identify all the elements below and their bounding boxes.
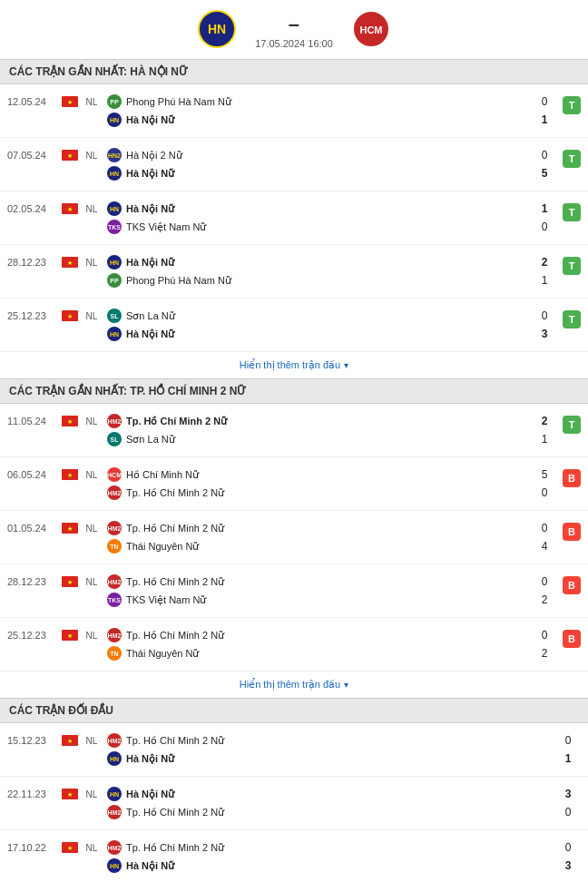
match-date: 28.12.23 — [7, 576, 60, 587]
team2-name: Thái Nguyên Nữ — [126, 541, 535, 553]
team2-icon: TKS — [107, 593, 122, 607]
result-badge: T — [563, 257, 581, 275]
flag-cell — [60, 416, 80, 426]
team1-icon: HM2 — [107, 840, 122, 855]
result-badge: T — [563, 310, 581, 328]
left-col: 07.05.24 NL — [7, 146, 107, 161]
team1-icon: HN2 — [107, 148, 122, 162]
vn-flag — [62, 735, 78, 746]
teams-scores: HN Hà Nội Nữ 2 PP Phong Phú Hà Nam Nữ 1 — [107, 253, 554, 289]
match-date: 11.05.24 — [7, 416, 60, 426]
score1: 3 — [559, 788, 577, 800]
teams-scores: HN2 Hà Nội 2 Nữ 0 HN Hà Nội Nữ 5 — [107, 146, 554, 182]
match-date: 02.05.24 — [7, 203, 60, 214]
team2-icon: TN — [107, 646, 122, 661]
team2-row: PP Phong Phú Hà Nam Nữ 1 — [107, 271, 554, 289]
team2-icon: HN — [107, 166, 122, 181]
flag-cell — [60, 735, 80, 746]
league-label: NL — [80, 843, 103, 853]
match-line: 25.12.23 NL HM2 Tp. Hồ Chí Minh 2 Nữ 0 T… — [0, 622, 588, 667]
section1-show-more[interactable]: Hiển thị thêm trận đấu ▾ — [0, 352, 588, 378]
team1-icon: HN — [107, 787, 122, 801]
score1: 5 — [535, 468, 554, 481]
match-line: 02.05.24 NL HN Hà Nội Nữ 1 TKS TKS Việt … — [0, 195, 588, 240]
flag-cell — [60, 203, 80, 214]
flag-cell — [60, 96, 80, 107]
match-date: 28.12.23 — [7, 257, 60, 268]
team1-icon: HM2 — [107, 574, 122, 589]
right-badge: B — [557, 466, 581, 487]
team2-icon: HM2 — [107, 485, 122, 500]
vn-flag — [62, 789, 78, 799]
team1-logo: HN — [197, 9, 237, 52]
right-badge: B — [557, 573, 581, 594]
score2: 1 — [559, 752, 577, 765]
team2-row: HN Hà Nội Nữ 1 — [107, 111, 554, 129]
match-line: 06.05.24 NL HCM Hồ Chí Minh Nữ 5 HM2 Tp.… — [0, 461, 588, 506]
left-col: 25.12.23 NL — [7, 307, 107, 321]
team2-name: Thái Nguyên Nữ — [126, 648, 535, 660]
match-group: 15.12.23 NL HM2 Tp. Hồ Chí Minh 2 Nữ 0 H… — [0, 723, 588, 777]
flag-cell — [60, 310, 80, 321]
league-label: NL — [80, 577, 103, 587]
flag-cell — [60, 469, 80, 480]
team2-icon: HN — [107, 113, 122, 127]
team1-row: PP Phong Phú Hà Nam Nữ 0 — [107, 93, 554, 111]
team1-icon: HCM — [107, 467, 122, 482]
score2: 2 — [535, 593, 554, 606]
score1: 0 — [535, 149, 554, 162]
team2-name: Phong Phú Hà Nam Nữ — [126, 275, 535, 287]
score1: 0 — [535, 575, 554, 588]
team2-name: Hà Nội Nữ — [126, 328, 535, 340]
team2-icon: HN — [107, 858, 122, 873]
match-group: 01.05.24 NL HM2 Tp. Hồ Chí Minh 2 Nữ 0 T… — [0, 511, 588, 564]
score2: 0 — [535, 220, 554, 233]
result-badge: B — [563, 523, 581, 541]
flag-cell — [60, 150, 80, 161]
result-badge: T — [563, 96, 581, 114]
flag-cell — [60, 630, 80, 641]
right-badge: T — [557, 93, 581, 114]
left-col: 02.05.24 NL — [7, 200, 107, 214]
team1-row: HCM Hồ Chí Minh Nữ 5 — [107, 466, 554, 484]
match-date: 22.11.23 — [7, 789, 60, 799]
league-label: NL — [80, 258, 103, 268]
team2-row: HM2 Tp. Hồ Chí Minh 2 Nữ 0 — [107, 484, 554, 502]
team1-icon: PP — [107, 94, 122, 109]
match-group: 28.12.23 NL HN Hà Nội Nữ 2 PP Phong Phú … — [0, 245, 588, 299]
teams-scores: HM2 Tp. Hồ Chí Minh 2 Nữ 0 HN Hà Nội Nữ … — [107, 731, 577, 768]
match-line: 28.12.23 NL HN Hà Nội Nữ 2 PP Phong Phú … — [0, 249, 588, 294]
result-badge: T — [563, 416, 581, 434]
score2: 3 — [535, 328, 554, 340]
team1-name: Tp. Hồ Chí Minh 2 Nữ — [126, 523, 535, 534]
flag-cell — [60, 842, 80, 853]
teams-scores: HM2 Tp. Hồ Chí Minh 2 Nữ 0 TN Thái Nguyê… — [107, 626, 554, 662]
league-label: NL — [80, 631, 103, 641]
left-col: 25.12.23 NL — [7, 626, 107, 641]
team1-name: Hà Nội 2 Nữ — [126, 150, 535, 162]
match-date: 17.10.22 — [7, 842, 60, 853]
team1-name: Tp. Hồ Chí Minh 2 Nữ — [126, 842, 559, 854]
score1: 0 — [535, 95, 554, 108]
teams-scores: HM2 Tp. Hồ Chí Minh 2 Nữ 0 TN Thái Nguyê… — [107, 519, 554, 555]
score2: 0 — [559, 806, 577, 818]
section2-header: CÁC TRẬN GẦN NHẤT: TP. HỒ CHÍ MINH 2 NỮ — [0, 378, 588, 404]
result-badge: B — [563, 576, 581, 594]
team2-row: TKS TKS Việt Nam Nữ 0 — [107, 218, 554, 236]
score1: 2 — [535, 256, 554, 269]
team2-logo: HCM — [351, 9, 391, 52]
teams-scores: HN Hà Nội Nữ 1 TKS TKS Việt Nam Nữ 0 — [107, 200, 554, 236]
teams-scores: HM2 Tp. Hồ Chí Minh 2 Nữ 2 SL Sơn La Nữ … — [107, 412, 554, 448]
left-col: 11.05.24 NL — [7, 412, 107, 426]
team2-row: TN Thái Nguyên Nữ 2 — [107, 644, 554, 662]
match-group: 22.11.23 NL HN Hà Nội Nữ 3 HM2 Tp. Hồ Ch… — [0, 777, 588, 830]
match-group: 06.05.24 NL HCM Hồ Chí Minh Nữ 5 HM2 Tp.… — [0, 457, 588, 511]
team2-icon: HN — [107, 751, 122, 766]
team2-row: HN Hà Nội Nữ 5 — [107, 164, 554, 182]
teams-scores: HN Hà Nội Nữ 3 HM2 Tp. Hồ Chí Minh 2 Nữ … — [107, 785, 577, 821]
section2-show-more[interactable]: Hiển thị thêm trận đấu ▾ — [0, 671, 588, 698]
vn-flag — [62, 523, 78, 534]
section3-header: CÁC TRẬN ĐỐI ĐẦU — [0, 698, 588, 723]
right-badge: T — [557, 146, 581, 168]
league-label: NL — [80, 470, 103, 480]
